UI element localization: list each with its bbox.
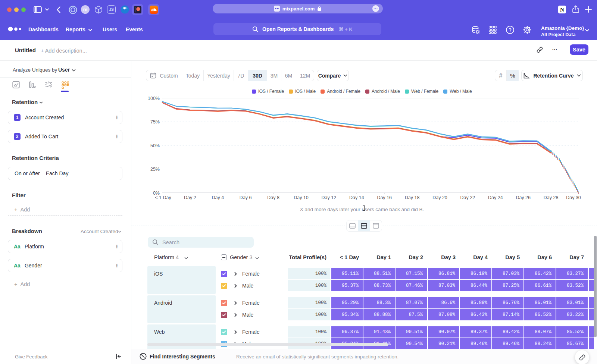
svg-text:50%: 50% — [150, 143, 160, 148]
svg-text:Day 26: Day 26 — [516, 195, 531, 200]
svg-text:< 1 Day: < 1 Day — [155, 195, 171, 200]
svg-text:Day 10: Day 10 — [294, 195, 309, 200]
svg-text:N: N — [560, 7, 564, 13]
svg-text:Day 30: Day 30 — [566, 195, 581, 200]
svg-text:Day 6: Day 6 — [240, 195, 252, 200]
svg-text:Day 22: Day 22 — [460, 195, 475, 200]
svg-text:25%: 25% — [150, 167, 160, 172]
svg-text:Day 4: Day 4 — [212, 195, 224, 200]
svg-text:Day 16: Day 16 — [377, 195, 392, 200]
svg-text:Day 2: Day 2 — [184, 195, 196, 200]
svg-text:Day 28: Day 28 — [544, 195, 559, 200]
svg-text:Day 24: Day 24 — [488, 195, 503, 200]
svg-text:Day 14: Day 14 — [349, 195, 364, 200]
svg-text:Day 12: Day 12 — [322, 195, 337, 200]
svg-text:Day 8: Day 8 — [267, 195, 279, 200]
svg-text:Day 18: Day 18 — [405, 195, 420, 200]
svg-text:100%: 100% — [148, 96, 160, 101]
svg-text:Day 20: Day 20 — [432, 195, 447, 200]
svg-text:75%: 75% — [150, 119, 160, 125]
